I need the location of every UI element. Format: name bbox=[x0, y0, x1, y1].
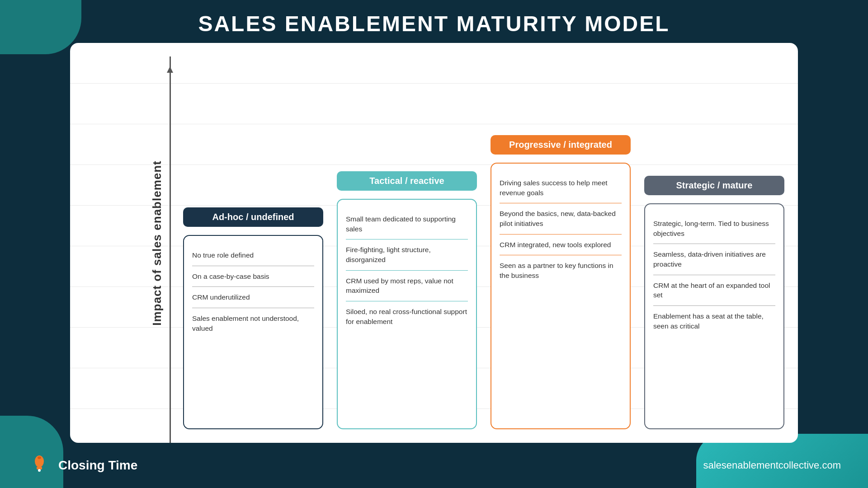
svg-point-3 bbox=[38, 469, 41, 472]
card-item-strategic-1: Seamless, data-driven initiatives are pr… bbox=[653, 244, 775, 274]
card-item-tactical-0: Small team dedicated to supporting sales bbox=[346, 209, 468, 239]
footer: Closing Time salesenablementcollective.c… bbox=[0, 443, 868, 488]
card-item-progressive-0: Driving sales success to help meet reven… bbox=[500, 173, 622, 203]
logo-text: Closing Time bbox=[58, 458, 137, 473]
column-adhoc: Ad-hoc / undefinedNo true role definedOn… bbox=[183, 207, 323, 429]
card-item-progressive-2: CRM integrated, new tools explored bbox=[500, 235, 622, 255]
axis-line bbox=[170, 56, 171, 443]
card-item-strategic-3: Enablement has a seat at the table, seen… bbox=[653, 306, 775, 336]
column-card-tactical: Small team dedicated to supporting sales… bbox=[337, 199, 477, 429]
column-card-adhoc: No true role definedOn a case-by-case ba… bbox=[183, 235, 323, 429]
column-progressive: Progressive / integratedDriving sales su… bbox=[491, 135, 631, 429]
main-card: Impact of sales enablement Ad-hoc / unde… bbox=[70, 43, 798, 443]
card-item-progressive-3: Seen as a partner to key functions in th… bbox=[500, 255, 622, 286]
card-item-adhoc-3: Sales enablement not understood, valued bbox=[192, 308, 314, 338]
chart-area: Ad-hoc / undefinedNo true role definedOn… bbox=[170, 43, 789, 443]
card-item-tactical-3: Siloed, no real cross-functional support… bbox=[346, 301, 468, 332]
y-axis-label: Impact of sales enablement bbox=[150, 160, 164, 326]
page-title: SALES ENABLEMENT MATURITY MODEL bbox=[0, 11, 868, 36]
column-header-tactical: Tactical / reactive bbox=[337, 171, 477, 191]
card-item-strategic-0: Strategic, long-term. Tied to business o… bbox=[653, 213, 775, 244]
card-item-adhoc-1: On a case-by-case basis bbox=[192, 266, 314, 287]
website-text: salesenablementcollective.com bbox=[703, 460, 841, 471]
logo-area: Closing Time bbox=[27, 453, 137, 478]
svg-point-4 bbox=[38, 456, 41, 459]
logo-icon bbox=[27, 453, 52, 478]
column-tactical: Tactical / reactiveSmall team dedicated … bbox=[337, 171, 477, 429]
column-header-progressive: Progressive / integrated bbox=[491, 135, 631, 155]
card-item-adhoc-2: CRM underutilized bbox=[192, 287, 314, 308]
columns-container: Ad-hoc / undefinedNo true role definedOn… bbox=[183, 56, 784, 429]
column-header-strategic: Strategic / mature bbox=[644, 176, 784, 195]
column-header-adhoc: Ad-hoc / undefined bbox=[183, 207, 323, 227]
column-card-progressive: Driving sales success to help meet reven… bbox=[491, 163, 631, 429]
card-item-tactical-1: Fire-fighting, light structure, disorgan… bbox=[346, 239, 468, 270]
axis-arrow bbox=[167, 66, 173, 73]
column-card-strategic: Strategic, long-term. Tied to business o… bbox=[644, 203, 784, 429]
column-strategic: Strategic / matureStrategic, long-term. … bbox=[644, 176, 784, 429]
card-item-tactical-2: CRM used by most reps, value not maximiz… bbox=[346, 271, 468, 301]
card-item-strategic-2: CRM at the heart of an expanded tool set bbox=[653, 275, 775, 305]
card-item-progressive-1: Beyond the basics, new, data-backed pilo… bbox=[500, 203, 622, 234]
card-item-adhoc-0: No true role defined bbox=[192, 245, 314, 266]
